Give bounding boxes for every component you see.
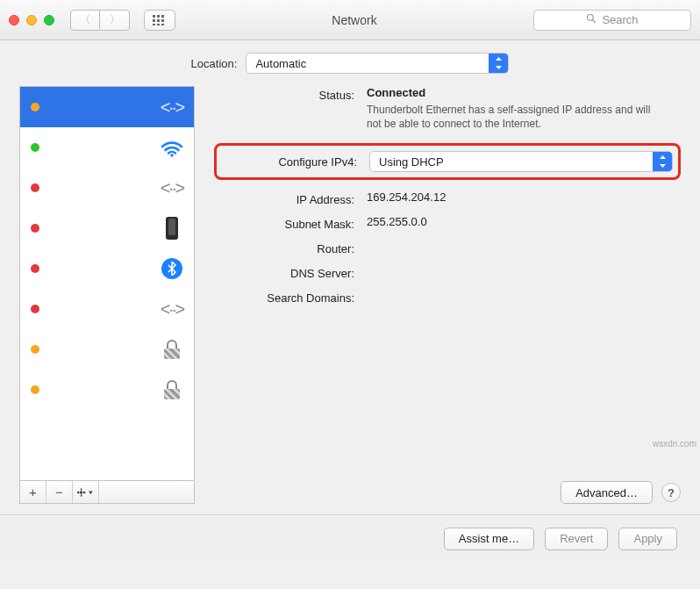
nav-buttons: 〈 〉 xyxy=(70,10,130,31)
svg-rect-8 xyxy=(161,24,164,25)
phone-icon xyxy=(166,217,178,240)
revert-button[interactable]: Revert xyxy=(545,528,608,550)
status-dot xyxy=(31,143,39,152)
search-icon xyxy=(586,13,596,26)
zoom-window-button[interactable] xyxy=(44,15,54,25)
chevron-updown-icon xyxy=(489,54,508,73)
interface-list[interactable]: —<··>——<··>———<··>—— xyxy=(19,86,195,481)
ethernet-icon: <··> xyxy=(161,97,183,118)
advanced-row: Advanced… ? xyxy=(561,481,681,504)
svg-rect-7 xyxy=(157,24,160,25)
svg-rect-1 xyxy=(157,15,160,18)
status-label: Status: xyxy=(214,86,354,102)
main-content: —<··>——<··>———<··>—— + − Status: Connect… xyxy=(0,86,700,514)
configure-ipv4-dropdown[interactable]: Using DHCP xyxy=(369,151,673,172)
ip-address-label: IP Address: xyxy=(214,190,354,206)
search-domains-row: Search Domains: xyxy=(214,289,681,305)
sidebar-container: —<··>——<··>———<··>—— + − xyxy=(19,86,195,504)
advanced-button[interactable]: Advanced… xyxy=(561,481,653,504)
status-row: Status: Connected Thunderbolt Ethernet h… xyxy=(214,86,681,131)
sidebar-actions: + − xyxy=(19,481,195,504)
window-controls xyxy=(9,15,54,25)
add-interface-button[interactable]: + xyxy=(20,481,46,503)
svg-rect-20 xyxy=(82,491,85,493)
configure-ipv4-highlight: Configure IPv4: Using DHCP xyxy=(214,143,681,180)
interface-item[interactable]: — xyxy=(20,329,194,370)
interface-item[interactable]: — xyxy=(20,208,194,248)
watermark: wsxdn.com xyxy=(653,439,696,449)
interface-item[interactable]: —<··> xyxy=(20,289,194,329)
ethernet-icon: <··> xyxy=(161,299,183,320)
status-dot xyxy=(31,345,39,354)
interface-details: Status: Connected Thunderbolt Ethernet h… xyxy=(214,86,681,504)
interface-item[interactable]: — xyxy=(20,370,194,410)
lock-icon xyxy=(162,380,182,399)
status-value: Connected xyxy=(367,86,681,99)
status-dot xyxy=(31,224,39,233)
subnet-mask-value: 255.255.0.0 xyxy=(354,215,681,228)
search-field[interactable]: Search xyxy=(533,10,691,31)
svg-rect-4 xyxy=(157,19,160,22)
footer: Assist me… Revert Apply xyxy=(0,514,700,562)
svg-rect-2 xyxy=(161,15,164,18)
interface-name: — xyxy=(50,384,159,397)
interface-item[interactable]: — xyxy=(20,248,194,289)
interface-name: — xyxy=(50,101,159,114)
interface-name: — xyxy=(50,343,159,356)
interface-name: — xyxy=(50,262,159,276)
svg-line-10 xyxy=(593,20,596,23)
location-dropdown[interactable]: Automatic xyxy=(246,53,509,74)
chevron-updown-icon xyxy=(653,152,672,171)
minimize-window-button[interactable] xyxy=(26,15,37,25)
help-button[interactable]: ? xyxy=(661,483,681,502)
forward-button[interactable]: 〉 xyxy=(100,10,130,31)
subnet-mask-row: Subnet Mask: 255.255.0.0 xyxy=(214,215,681,231)
close-window-button[interactable] xyxy=(9,15,19,25)
status-dot xyxy=(31,264,39,273)
svg-rect-13 xyxy=(80,488,82,490)
interface-item[interactable]: —<··> xyxy=(20,168,194,208)
svg-rect-14 xyxy=(80,494,82,496)
interface-item[interactable]: — xyxy=(20,127,194,168)
router-label: Router: xyxy=(214,240,354,255)
interface-item[interactable]: —<··> xyxy=(20,87,194,127)
window-title: Network xyxy=(182,13,526,27)
back-button[interactable]: 〈 xyxy=(70,10,100,31)
status-value-block: Connected Thunderbolt Ethernet has a sel… xyxy=(354,86,681,131)
search-placeholder: Search xyxy=(602,13,638,26)
ethernet-icon: <··> xyxy=(161,178,183,198)
dns-server-label: DNS Server: xyxy=(214,264,354,280)
svg-rect-5 xyxy=(161,19,164,22)
lock-icon xyxy=(162,340,182,359)
svg-rect-0 xyxy=(153,15,155,18)
interface-name: — xyxy=(50,182,159,195)
ip-address-row: IP Address: 169.254.204.12 xyxy=(214,190,681,206)
show-all-button[interactable] xyxy=(144,10,175,31)
titlebar: 〈 〉 Network Search xyxy=(0,0,700,40)
subnet-mask-label: Subnet Mask: xyxy=(214,215,354,231)
status-dot xyxy=(31,385,39,394)
search-domains-label: Search Domains: xyxy=(214,289,354,305)
apply-button[interactable]: Apply xyxy=(618,528,677,550)
configure-ipv4-label: Configure IPv4: xyxy=(222,155,357,169)
remove-interface-button[interactable]: − xyxy=(46,481,73,503)
svg-point-12 xyxy=(79,491,82,493)
svg-rect-6 xyxy=(153,24,155,25)
assist-me-button[interactable]: Assist me… xyxy=(444,528,534,550)
location-label: Location: xyxy=(191,57,238,70)
status-dot xyxy=(31,305,39,313)
status-dot xyxy=(31,103,39,111)
status-description: Thunderbolt Ethernet has a self-assigned… xyxy=(367,103,656,131)
interface-name: — xyxy=(50,222,159,235)
status-dot xyxy=(31,183,39,192)
svg-rect-19 xyxy=(77,491,79,493)
router-row: Router: xyxy=(214,240,681,255)
svg-point-11 xyxy=(170,154,174,157)
svg-rect-3 xyxy=(153,19,155,22)
location-value: Automatic xyxy=(246,57,489,70)
location-row: Location: Automatic xyxy=(0,40,700,86)
configure-ipv4-value: Using DHCP xyxy=(370,155,653,169)
ip-address-value: 169.254.204.12 xyxy=(354,190,681,204)
interface-actions-menu[interactable] xyxy=(73,481,99,503)
interface-name: — xyxy=(50,303,159,316)
